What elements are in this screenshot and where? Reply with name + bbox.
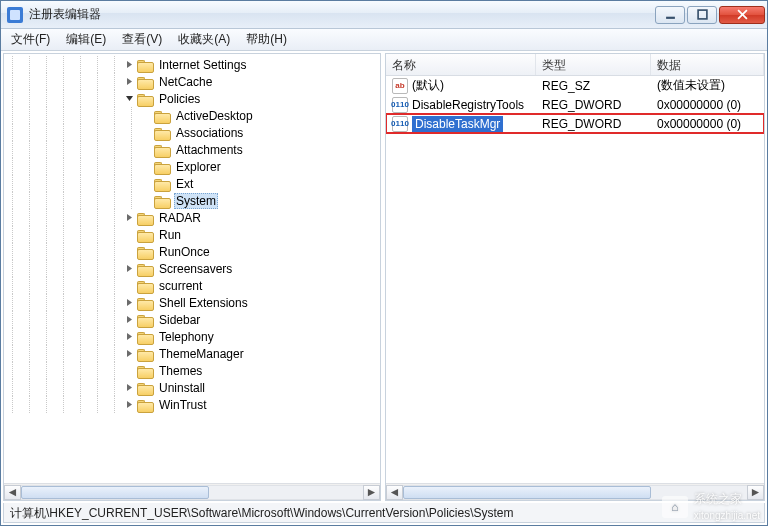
tree-node-label: Telephony: [157, 330, 216, 344]
tree-node-label: Policies: [157, 92, 202, 106]
expand-icon[interactable]: [123, 297, 135, 309]
tree-node[interactable]: Sidebar: [4, 311, 380, 328]
split-panes: Internet SettingsNetCachePoliciesActiveD…: [1, 51, 767, 503]
folder-icon: [137, 330, 153, 344]
tree-node[interactable]: Associations: [4, 124, 380, 141]
value-data: 0x00000000 (0): [651, 116, 764, 132]
values-list[interactable]: ab(默认)REG_SZ(数值未设置)0110DisableRegistryTo…: [386, 76, 764, 483]
tree-node-label: RunOnce: [157, 245, 212, 259]
value-row[interactable]: ab(默认)REG_SZ(数值未设置): [386, 76, 764, 95]
scroll-right-button[interactable]: ►: [363, 485, 380, 500]
value-row[interactable]: 0110DisableTaskMgrREG_DWORD0x00000000 (0…: [386, 114, 764, 133]
tree-node-label: Run: [157, 228, 183, 242]
value-name: DisableTaskMgr: [412, 116, 503, 132]
registry-tree[interactable]: Internet SettingsNetCachePoliciesActiveD…: [4, 54, 380, 483]
maximize-button[interactable]: [687, 6, 717, 24]
folder-icon: [154, 194, 170, 208]
tree-node[interactable]: ThemeManager: [4, 345, 380, 362]
tree-node[interactable]: Screensavers: [4, 260, 380, 277]
expand-icon[interactable]: [123, 348, 135, 360]
folder-icon: [154, 160, 170, 174]
folder-icon: [154, 177, 170, 191]
tree-node-label: scurrent: [157, 279, 204, 293]
value-type: REG_DWORD: [536, 116, 651, 132]
tree-node-label: Internet Settings: [157, 58, 248, 72]
expand-icon[interactable]: [123, 314, 135, 326]
tree-node-label: ActiveDesktop: [174, 109, 255, 123]
scroll-thumb[interactable]: [403, 486, 651, 499]
tree-node[interactable]: scurrent: [4, 277, 380, 294]
binary-value-icon: 0110: [392, 116, 408, 132]
value-type: REG_SZ: [536, 78, 651, 94]
tree-node-label: Explorer: [174, 160, 223, 174]
tree-node[interactable]: Attachments: [4, 141, 380, 158]
tree-node-label: Uninstall: [157, 381, 207, 395]
registry-editor-window: 注册表编辑器 文件(F) 编辑(E) 查看(V) 收藏夹(A) 帮助(H) In…: [0, 0, 768, 526]
menu-favorites[interactable]: 收藏夹(A): [170, 29, 238, 50]
tree-node[interactable]: Uninstall: [4, 379, 380, 396]
tree-node[interactable]: Policies: [4, 90, 380, 107]
scroll-thumb[interactable]: [21, 486, 209, 499]
column-type[interactable]: 类型: [536, 54, 651, 75]
folder-icon: [154, 126, 170, 140]
column-data[interactable]: 数据: [651, 54, 764, 75]
tree-node[interactable]: RADAR: [4, 209, 380, 226]
folder-icon: [137, 262, 153, 276]
value-row[interactable]: 0110DisableRegistryToolsREG_DWORD0x00000…: [386, 95, 764, 114]
tree-node[interactable]: System: [4, 192, 380, 209]
svg-rect-0: [666, 17, 675, 19]
svg-rect-1: [698, 10, 707, 19]
window-title: 注册表编辑器: [29, 6, 653, 23]
tree-node-label: RADAR: [157, 211, 203, 225]
string-value-icon: ab: [392, 78, 408, 94]
expand-icon[interactable]: [123, 76, 135, 88]
titlebar[interactable]: 注册表编辑器: [1, 1, 767, 29]
scroll-left-button[interactable]: ◄: [4, 485, 21, 500]
folder-icon: [137, 296, 153, 310]
tree-node-label: Ext: [174, 177, 195, 191]
tree-node[interactable]: Run: [4, 226, 380, 243]
tree-node[interactable]: WinTrust: [4, 396, 380, 413]
expand-icon[interactable]: [123, 399, 135, 411]
tree-node[interactable]: NetCache: [4, 73, 380, 90]
app-icon: [7, 7, 23, 23]
folder-icon: [137, 58, 153, 72]
tree-node[interactable]: Internet Settings: [4, 56, 380, 73]
values-pane: 名称 类型 数据 ab(默认)REG_SZ(数值未设置)0110DisableR…: [385, 53, 765, 501]
tree-node[interactable]: Telephony: [4, 328, 380, 345]
tree-node-label: Attachments: [174, 143, 245, 157]
tree-node-label: NetCache: [157, 75, 214, 89]
tree-node[interactable]: Shell Extensions: [4, 294, 380, 311]
tree-node[interactable]: ActiveDesktop: [4, 107, 380, 124]
tree-node[interactable]: Ext: [4, 175, 380, 192]
menu-file[interactable]: 文件(F): [3, 29, 58, 50]
tree-hscrollbar[interactable]: ◄ ►: [4, 483, 380, 500]
tree-node-label: Shell Extensions: [157, 296, 250, 310]
values-hscrollbar[interactable]: ◄ ►: [386, 483, 764, 500]
menu-help[interactable]: 帮助(H): [238, 29, 295, 50]
tree-node[interactable]: RunOnce: [4, 243, 380, 260]
close-button[interactable]: [719, 6, 765, 24]
tree-node[interactable]: Themes: [4, 362, 380, 379]
folder-icon: [137, 228, 153, 242]
value-name: (默认): [412, 77, 444, 94]
expand-icon[interactable]: [123, 331, 135, 343]
tree-node[interactable]: Explorer: [4, 158, 380, 175]
collapse-icon[interactable]: [123, 93, 135, 105]
folder-icon: [137, 279, 153, 293]
expand-icon[interactable]: [123, 59, 135, 71]
menu-view[interactable]: 查看(V): [114, 29, 170, 50]
menu-edit[interactable]: 编辑(E): [58, 29, 114, 50]
expand-icon[interactable]: [123, 263, 135, 275]
scroll-track[interactable]: [403, 485, 747, 500]
scroll-track[interactable]: [21, 485, 363, 500]
expand-icon[interactable]: [123, 382, 135, 394]
values-header[interactable]: 名称 类型 数据: [386, 54, 764, 76]
expand-icon[interactable]: [123, 212, 135, 224]
column-name[interactable]: 名称: [386, 54, 536, 75]
scroll-right-button[interactable]: ►: [747, 485, 764, 500]
scroll-left-button[interactable]: ◄: [386, 485, 403, 500]
tree-node-label: Themes: [157, 364, 204, 378]
tree-node-label: Screensavers: [157, 262, 234, 276]
minimize-button[interactable]: [655, 6, 685, 24]
